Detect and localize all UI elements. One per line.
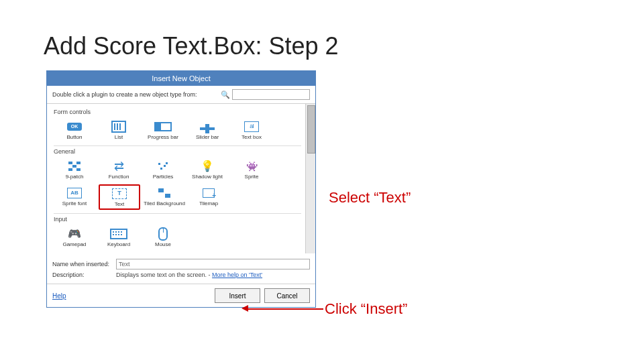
item-label: Text box (241, 135, 262, 140)
insert-button[interactable]: Insert (215, 288, 260, 303)
item-function[interactable]: ⇄ Function (99, 158, 139, 182)
item-9patch[interactable]: 9-patch (54, 158, 95, 182)
item-label: Function (109, 174, 129, 180)
annotation-click-insert: Click “Insert” (325, 300, 407, 318)
search-icon: 🔍 (221, 90, 230, 99)
item-shadow-light[interactable]: 💡 Shadow light (187, 158, 227, 182)
item-label: Shadow light (192, 174, 223, 180)
particles-icon (157, 162, 169, 171)
tiledbg-icon (158, 188, 170, 198)
item-label: Mouse (155, 242, 171, 247)
item-sprite-font[interactable]: AB Sprite font (54, 184, 95, 210)
item-slider-bar[interactable]: Slider bar (187, 118, 227, 142)
annotation-select-text: Select “Text” (329, 189, 411, 206)
description-label: Description: (52, 272, 116, 278)
item-label: List (115, 135, 123, 140)
item-label: Slider bar (196, 135, 219, 140)
dialog-titlebar[interactable]: Insert New Object (47, 71, 315, 86)
ninepatch-icon (68, 162, 80, 171)
spritefont-icon: AB (67, 188, 82, 198)
list-icon (111, 121, 126, 133)
category-general: General (54, 148, 303, 155)
item-label: Tilemap (199, 201, 218, 206)
item-particles[interactable]: Particles (143, 158, 183, 182)
scrollbar-thumb[interactable] (307, 105, 315, 154)
textbox-icon: aI (244, 121, 259, 132)
slide-title: Add Score Text.Box: Step 2 (44, 32, 339, 60)
object-list: Form controls OK Button List Progress ba… (47, 104, 305, 253)
category-form: Form controls (54, 109, 303, 115)
item-sprite[interactable]: 👾 Sprite (231, 158, 272, 182)
item-tilemap[interactable]: Tilemap (189, 184, 229, 210)
name-label: Name when inserted: (52, 261, 116, 267)
item-label: Particles (153, 174, 174, 180)
item-gamepad[interactable]: 🎮 Gamepad (54, 225, 95, 249)
item-text-box[interactable]: aI Text box (231, 118, 272, 142)
item-label: Button (66, 135, 82, 140)
more-help-link[interactable]: More help on 'Text' (212, 272, 262, 278)
text-icon: T (112, 188, 127, 199)
button-icon: OK (67, 123, 82, 131)
item-button[interactable]: OK Button (54, 118, 95, 142)
item-list[interactable]: List (99, 118, 139, 142)
tilemap-icon (203, 188, 215, 198)
help-link[interactable]: Help (52, 292, 66, 300)
search-input[interactable] (232, 89, 310, 100)
category-input: Input (54, 216, 303, 223)
keyboard-icon (110, 229, 127, 239)
name-input[interactable] (116, 259, 310, 269)
arrow-tip-icon (241, 305, 248, 312)
item-label: Tiled Background (144, 201, 185, 206)
item-label: Sprite font (62, 201, 87, 206)
scrollbar[interactable] (305, 104, 315, 253)
dialog-instruction: Double click a plugin to create a new ob… (52, 91, 197, 98)
sprite-icon: 👾 (246, 162, 258, 171)
item-progress-bar[interactable]: Progress bar (143, 118, 183, 142)
cancel-button[interactable]: Cancel (264, 288, 310, 303)
item-label: Gamepad (62, 242, 86, 247)
item-keyboard[interactable]: Keyboard (99, 225, 139, 249)
item-label: Text (115, 202, 125, 207)
item-label: Progress bar (148, 135, 178, 140)
arrow-line (248, 308, 323, 310)
insert-new-object-dialog: Insert New Object Double click a plugin … (46, 70, 316, 308)
item-tiled-background[interactable]: Tiled Background (144, 184, 184, 210)
gamepad-icon: 🎮 (68, 229, 81, 239)
slider-icon (200, 127, 215, 130)
item-label: 9-patch (66, 174, 84, 180)
progress-bar-icon (154, 122, 172, 131)
function-icon: ⇄ (114, 162, 124, 171)
item-text[interactable]: T Text (99, 184, 140, 210)
description-text: Displays some text on the screen. - More… (116, 272, 310, 278)
mouse-icon (158, 227, 168, 241)
item-label: Sprite (245, 174, 259, 180)
bulb-icon: 💡 (201, 162, 214, 171)
item-label: Keyboard (107, 242, 130, 247)
item-mouse[interactable]: Mouse (143, 225, 183, 249)
